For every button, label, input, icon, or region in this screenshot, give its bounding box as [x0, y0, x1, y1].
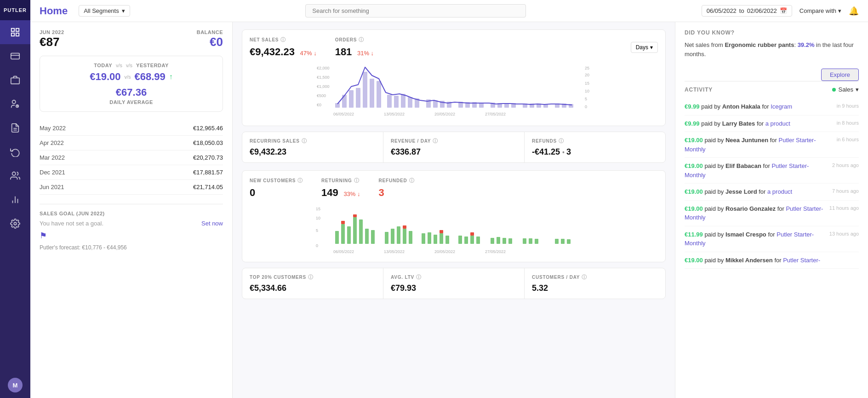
activity-main: €9.99 paid by Larry Bates for a product: [685, 119, 833, 128]
svg-rect-95: [561, 239, 565, 244]
sidebar-item-dashboard[interactable]: [0, 20, 30, 44]
returning-info-icon[interactable]: ⓘ: [354, 177, 360, 184]
customers-day-info-icon[interactable]: ⓘ: [582, 274, 587, 281]
new-customers-value: 0: [250, 187, 303, 199]
refunds-info-icon[interactable]: ⓘ: [559, 138, 564, 144]
activity-customer: Anton Hakala: [722, 103, 760, 110]
sidebar-item-affiliates[interactable]: [0, 164, 30, 188]
svg-rect-84: [464, 236, 468, 244]
avg-ltv-info-icon[interactable]: ⓘ: [416, 274, 422, 281]
history-amount: €21,714.05: [193, 184, 223, 190]
history-period: May 2022: [40, 125, 66, 132]
activity-customer: Jesse Lord: [725, 188, 757, 195]
refunded-info-icon[interactable]: ⓘ: [409, 177, 415, 184]
today-vs-section: TODAY v/s v/s YESTERDAY €19.00 v/s €68.9…: [40, 56, 223, 112]
refunded-value: 3: [379, 187, 415, 199]
customers-day-value: 5.32: [532, 283, 658, 293]
sidebar-item-analytics[interactable]: [0, 188, 30, 212]
sales-filter[interactable]: Sales ▾: [832, 86, 859, 93]
daily-avg: €67.36: [47, 87, 215, 98]
svg-rect-94: [555, 239, 559, 244]
svg-rect-89: [503, 238, 506, 244]
explore-button[interactable]: Explore: [821, 69, 859, 81]
svg-rect-76: [403, 229, 406, 244]
activity-main: €19.00 paid by Elif Babacan for Putler S…: [685, 162, 828, 179]
activity-time: 11 hours ago: [829, 204, 859, 212]
activity-customer: Neea Juntunen: [725, 137, 768, 144]
activity-product[interactable]: Icegram: [771, 103, 792, 110]
customers-chart: 15 10 5 0: [250, 203, 658, 254]
days-button[interactable]: Days ▾: [631, 42, 658, 53]
history-row: Apr 2022 €18,050.03: [40, 136, 223, 150]
svg-rect-101: [470, 232, 474, 236]
svg-rect-4: [11, 53, 19, 59]
new-customers-info-icon[interactable]: ⓘ: [297, 177, 303, 184]
svg-text:20: 20: [585, 73, 589, 77]
activity-main: €19.00 paid by Mikkel Andersen for Putle…: [685, 256, 855, 265]
segment-select[interactable]: All Segments ▾: [79, 5, 130, 17]
chevron-down-icon: ▾: [838, 7, 841, 14]
top20-info-icon[interactable]: ⓘ: [308, 274, 314, 281]
activity-item: €9.99 paid by Larry Bates for a product …: [685, 115, 859, 133]
revenue-info-icon[interactable]: ⓘ: [433, 138, 438, 144]
recurring-info-icon[interactable]: ⓘ: [302, 138, 307, 144]
activity-main: €19.00 paid by Neea Juntunen for Putler …: [685, 136, 833, 154]
sales-goal-title: SALES GOAL (JUN 2022): [40, 211, 223, 216]
net-sales-chart-section: NET SALES ⓘ €9,432.23 47% ↓ ORDERS: [242, 29, 666, 126]
sidebar-item-customers[interactable]: [0, 92, 30, 116]
sidebar-item-reports[interactable]: [0, 116, 30, 140]
refunds-metric: REFUNDS ⓘ -€41.25 • 3: [525, 132, 665, 162]
activity-product[interactable]: a product: [767, 188, 792, 195]
orders-label: ORDERS: [335, 37, 357, 42]
payments-icon: [8, 49, 23, 63]
svg-rect-68: [347, 226, 351, 244]
activity-amount: €19.00: [685, 162, 703, 169]
net-sales-info-icon[interactable]: ⓘ: [280, 36, 286, 43]
sidebar-item-subscriptions[interactable]: [0, 140, 30, 164]
date-from: 06/05/2022: [707, 7, 737, 14]
svg-text:10: 10: [316, 216, 320, 220]
activity-product[interactable]: Putler Starter-: [783, 257, 820, 264]
history-amount: €20,270.73: [193, 154, 223, 161]
revenue-day-label: REVENUE / DAY: [391, 138, 431, 144]
history-row: Mar 2022 €20,270.73: [40, 150, 223, 165]
revenue-day-metric: REVENUE / DAY ⓘ €336.87: [383, 132, 525, 162]
svg-text:0: 0: [316, 243, 318, 248]
set-now-link[interactable]: Set now: [201, 220, 223, 227]
activity-item: €19.00 paid by Elif Babacan for Putler S…: [685, 158, 859, 184]
balance-section: JUN 2022 €87 BALANCE €0: [40, 29, 223, 49]
dashboard-icon: [8, 25, 23, 40]
returning-value: 149: [321, 187, 338, 198]
svg-rect-30: [356, 88, 360, 108]
notification-bell-icon[interactable]: 🔔: [849, 6, 859, 16]
orders-metric: ORDERS ⓘ 181 31% ↓: [335, 36, 374, 58]
orders-info-icon[interactable]: ⓘ: [359, 36, 364, 43]
activity-product[interactable]: a product: [765, 120, 790, 127]
history-row: May 2022 €12,965.46: [40, 121, 223, 136]
search-input[interactable]: [305, 4, 526, 17]
svg-text:5: 5: [585, 97, 587, 101]
avatar[interactable]: M: [8, 378, 23, 392]
activity-by: paid by: [701, 103, 722, 110]
svg-rect-71: [365, 229, 369, 244]
recurring-sales-label: RECURRING SALES: [250, 138, 300, 144]
svg-rect-92: [529, 238, 532, 244]
sidebar-item-products[interactable]: [0, 68, 30, 92]
svg-text:€1,000: €1,000: [317, 84, 330, 89]
date-range-picker[interactable]: 06/05/2022 to 02/06/2022 📅: [702, 5, 792, 17]
svg-text:15: 15: [585, 81, 589, 86]
svg-text:27/05/2022: 27/05/2022: [485, 112, 506, 116]
sales-dot: [832, 88, 836, 92]
svg-rect-99: [403, 225, 406, 229]
history-amount: €17,881.57: [193, 169, 223, 176]
history-period: Jun 2021: [40, 184, 64, 190]
sidebar-item-payments[interactable]: [0, 44, 30, 68]
activity-amount: €19.00: [685, 137, 703, 144]
sidebar: PUTLER: [0, 0, 30, 398]
svg-text:13/05/2022: 13/05/2022: [384, 249, 405, 254]
svg-rect-98: [353, 214, 357, 217]
compare-with-button[interactable]: Compare with ▾: [799, 7, 841, 14]
sidebar-item-settings[interactable]: [0, 212, 30, 236]
returning-change: 33% ↓: [343, 190, 360, 197]
up-arrow-icon: ↑: [169, 73, 173, 81]
